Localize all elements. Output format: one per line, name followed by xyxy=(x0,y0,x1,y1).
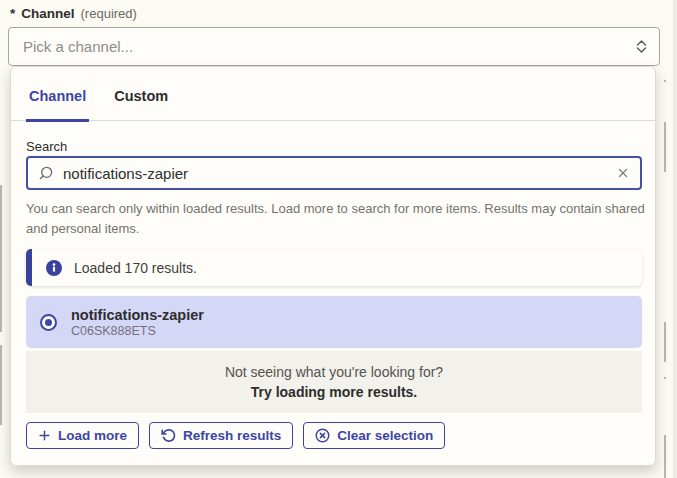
channel-picker-dropdown: Channel Custom Search notifications-zapi… xyxy=(10,66,656,466)
required-asterisk: * xyxy=(10,6,15,21)
channel-id: C06SK888ETS xyxy=(71,324,204,338)
alert-text: Loaded 170 results. xyxy=(74,260,197,276)
info-icon xyxy=(46,260,62,276)
hint-question: Not seeing what you're looking for? xyxy=(225,364,443,380)
window-edge xyxy=(673,0,677,478)
select-placeholder: Pick a channel... xyxy=(23,38,133,55)
tab-custom[interactable]: Custom xyxy=(111,88,171,120)
search-help-text: You can search only within loaded result… xyxy=(26,199,646,239)
background-field-edge xyxy=(664,80,666,82)
channel-select[interactable]: Pick a channel... xyxy=(8,27,660,66)
plus-icon xyxy=(38,429,51,442)
search-label: Search xyxy=(26,139,67,154)
hint-suggestion: Try loading more results. xyxy=(251,384,418,400)
tabbar: Channel Custom xyxy=(11,67,655,121)
channel-result-row[interactable]: notifications-zapier C06SK888ETS xyxy=(26,296,642,348)
x-circle-icon xyxy=(315,428,330,443)
chevron-up-down-icon xyxy=(636,40,647,53)
background-field-edge xyxy=(664,377,666,379)
refresh-ccw-icon xyxy=(161,428,176,443)
clear-selection-button[interactable]: Clear selection xyxy=(303,422,445,449)
background-field-edge xyxy=(0,345,2,425)
background-field-edge xyxy=(664,322,666,362)
search-input[interactable]: notifications-zapier xyxy=(26,156,642,190)
clear-search-icon[interactable] xyxy=(616,166,630,180)
search-value: notifications-zapier xyxy=(63,165,607,182)
not-seeing-hint: Not seeing what you're looking for? Try … xyxy=(26,351,642,413)
field-label-text: Channel xyxy=(21,6,74,21)
background-field-edge xyxy=(0,185,2,332)
tab-channel[interactable]: Channel xyxy=(26,88,89,120)
background-field-edge xyxy=(664,435,666,478)
required-hint: (required) xyxy=(81,6,137,21)
search-icon xyxy=(38,165,54,181)
load-more-button[interactable]: Load more xyxy=(26,422,139,449)
refresh-results-button[interactable]: Refresh results xyxy=(149,422,293,449)
action-buttons: Load more Refresh results Clear selectio… xyxy=(26,422,445,449)
radio-selected-icon[interactable] xyxy=(40,314,57,331)
channel-field-label: * Channel (required) xyxy=(10,6,137,21)
background-field-edge xyxy=(664,122,666,172)
channel-name: notifications-zapier xyxy=(71,307,204,323)
loaded-results-alert: Loaded 170 results. xyxy=(26,249,642,286)
